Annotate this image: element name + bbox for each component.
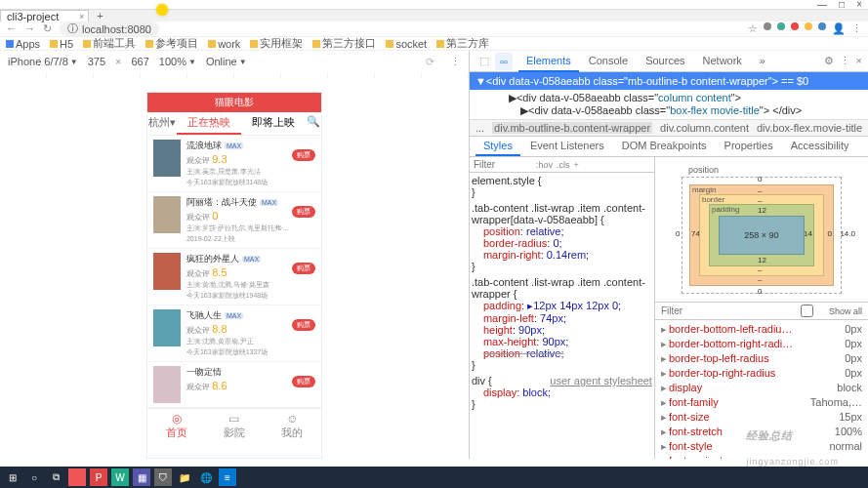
dom-selected-node[interactable]: ▼<div data-v-058aeabb class="mb-outline-…	[470, 72, 868, 90]
movie-poster	[153, 366, 181, 403]
ext-icon[interactable]	[791, 22, 799, 30]
buy-ticket-button[interactable]: 购票	[292, 376, 315, 387]
subtab-accessibility[interactable]: Accessibility	[783, 137, 857, 156]
maximize-button[interactable]: □	[839, 0, 845, 10]
url-text: localhost:8080	[82, 23, 151, 35]
bookmark-item[interactable]: socket	[386, 38, 427, 50]
computed-prop[interactable]: ▸border-top-left-radius0px	[661, 351, 862, 366]
nav-home[interactable]: ◎首页	[147, 412, 205, 440]
inspect-icon[interactable]: ⬚	[475, 53, 493, 70]
close-button[interactable]: ×	[856, 0, 862, 10]
device-select[interactable]: iPhone 6/7/8▼	[8, 56, 78, 67]
forward-icon[interactable]: →	[24, 22, 35, 35]
ext-icon[interactable]	[818, 22, 826, 30]
ext-icon[interactable]	[777, 22, 785, 30]
task-view-icon[interactable]: ⧉	[47, 468, 64, 486]
taskbar-app[interactable]: ⛉	[154, 468, 172, 486]
buy-ticket-button[interactable]: 购票	[292, 149, 315, 161]
devtools-tab-network[interactable]: Network	[695, 51, 750, 72]
bookmark-item[interactable]: H5	[50, 38, 73, 50]
back-icon[interactable]: ←	[6, 22, 17, 35]
start-button[interactable]: ⊞	[4, 468, 21, 486]
device-mode-icon[interactable]: ▫▫	[495, 53, 513, 70]
search-icon[interactable]: ○	[25, 468, 43, 486]
computed-prop[interactable]: ▸displayblock	[661, 381, 862, 395]
movie-item[interactable]: 疯狂的外星人 MAX 观众评 8.5 主演:黄渤,沈腾,马修·莫里森 今天163…	[147, 249, 321, 305]
bookmark-item[interactable]: 实用框架	[250, 36, 303, 51]
subtab-properties[interactable]: Properties	[717, 137, 781, 156]
device-height[interactable]: 667	[132, 56, 149, 67]
ext-icon[interactable]	[805, 22, 812, 30]
hov-toggle[interactable]: :hov	[536, 160, 553, 170]
taskbar-chrome[interactable]: 🌐	[197, 468, 215, 486]
reload-icon[interactable]: ↻	[43, 22, 52, 35]
subtab-event-listeners[interactable]: Event Listeners	[522, 137, 612, 156]
zoom-select[interactable]: 100%▼	[159, 56, 196, 67]
devtools-menu-icon[interactable]: ⋮	[840, 55, 850, 67]
browser-tab[interactable]: cli3-project ×	[0, 10, 89, 21]
buy-ticket-button[interactable]: 购票	[292, 319, 315, 331]
bookmark-item[interactable]: 第三方库	[436, 36, 489, 51]
taskbar-app[interactable]: W	[111, 468, 129, 486]
movie-item[interactable]: 阿丽塔：战斗天使 MAX 观众评 0 主演:罗莎·萨拉扎尔,克里斯托弗·... …	[147, 192, 321, 249]
tab-coming-soon[interactable]: 即将上映	[241, 112, 306, 135]
location-picker[interactable]: 杭州▾	[147, 112, 177, 135]
cls-toggle[interactable]: .cls	[557, 160, 570, 170]
taskbar-app[interactable]: P	[90, 468, 107, 486]
subtab-dom-breakpoints[interactable]: DOM Breakpoints	[614, 137, 715, 156]
tab-close-icon[interactable]: ×	[79, 12, 84, 21]
devtools-tab-elements[interactable]: Elements	[518, 51, 579, 72]
crumb[interactable]: div.box-flex.movie-title	[757, 122, 862, 134]
buy-ticket-button[interactable]: 购票	[292, 206, 315, 218]
taskbar-app[interactable]: 📁	[176, 468, 193, 486]
add-rule-icon[interactable]: +	[573, 160, 578, 170]
ext-icon[interactable]	[764, 22, 771, 30]
buy-ticket-button[interactable]: 购票	[292, 263, 315, 274]
network-select[interactable]: Online▼	[206, 56, 247, 67]
crumb[interactable]: div.column.content	[660, 122, 749, 134]
devtools-tab-more[interactable]: »	[752, 51, 773, 72]
show-all-checkbox[interactable]	[791, 305, 823, 317]
minimize-button[interactable]: —	[817, 0, 827, 10]
devtools-close-icon[interactable]: ×	[856, 55, 862, 67]
crumb[interactable]: ...	[475, 122, 484, 134]
bookmark-item[interactable]: 前端工具	[83, 36, 136, 51]
movie-item[interactable]: 一吻定情 观众评 8.6 购票	[147, 362, 321, 408]
devtools-settings-icon[interactable]: ⚙	[824, 55, 834, 67]
bookmark-item[interactable]: 参考项目	[145, 36, 198, 51]
computed-filter-input[interactable]	[661, 305, 785, 316]
subtab-styles[interactable]: Styles	[475, 137, 520, 156]
dom-child-node[interactable]: ▶<div data-v-058aeabb class="column cont…	[470, 90, 868, 120]
box-model[interactable]: 0 0 0 14.0 margin – – 74 0 border – – pa…	[682, 177, 842, 294]
star-icon[interactable]: ☆	[748, 22, 758, 35]
movie-item[interactable]: 流浪地球 MAX 观众评 9.3 主演:吴京,屈楚萧,李光洁 今天163家影院放…	[147, 136, 321, 192]
device-width[interactable]: 375	[88, 56, 105, 67]
crumb[interactable]: div.mb-outline-b.content-wrapper	[492, 122, 652, 134]
profile-icon[interactable]: 👤	[832, 22, 846, 35]
computed-prop[interactable]: ▸border-top-right-radius0px	[661, 366, 862, 381]
styles-filter-input[interactable]	[474, 159, 532, 170]
computed-prop[interactable]: ▸border-bottom-right-radi…0px	[661, 337, 862, 351]
taskbar-app[interactable]: ▦	[133, 468, 150, 486]
tab-now-showing[interactable]: 正在热映	[177, 112, 241, 135]
nav-cinema[interactable]: ▭影院	[205, 412, 263, 440]
taskbar-vscode[interactable]: ≡	[219, 468, 236, 486]
rotate-icon[interactable]: ⟳	[426, 56, 434, 68]
movie-item[interactable]: 飞驰人生 MAX 观众评 8.8 主演:沈腾,黄景瑜,尹正 今天163家影院放映…	[147, 305, 321, 362]
search-icon[interactable]: 🔍	[306, 112, 321, 135]
nav-profile[interactable]: ☺我的	[264, 412, 321, 440]
site-info-icon[interactable]: ⓘ	[67, 21, 78, 36]
menu-icon[interactable]: ⋮	[851, 22, 862, 35]
computed-prop[interactable]: ▸font-familyTahoma,…	[661, 395, 862, 410]
url-field[interactable]: ⓘ localhost:8080	[60, 21, 159, 36]
bookmark-item[interactable]: work	[208, 38, 240, 50]
watermark: 经验总结 jingyanzongjie.com	[746, 420, 839, 470]
bookmark-item[interactable]: 第三方接口	[312, 36, 376, 51]
taskbar-app[interactable]	[68, 468, 86, 486]
devtools-tab-console[interactable]: Console	[581, 51, 636, 72]
device-menu-icon[interactable]: ⋮	[450, 56, 461, 68]
devtools-tab-sources[interactable]: Sources	[638, 51, 692, 72]
computed-prop[interactable]: ▸border-bottom-left-radiu…0px	[661, 322, 862, 337]
apps-button[interactable]: Apps	[6, 38, 40, 50]
new-tab-button[interactable]: +	[97, 10, 103, 21]
